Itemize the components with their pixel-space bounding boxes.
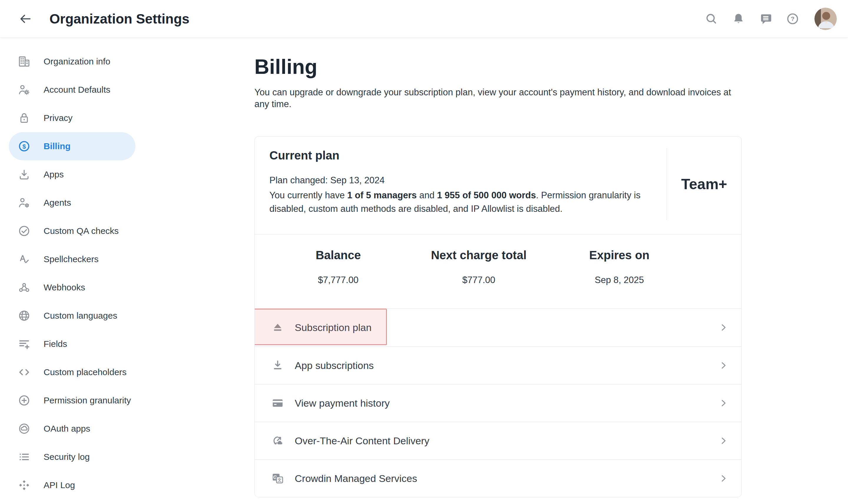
sidebar-item-label: Custom QA checks: [44, 226, 119, 236]
menu-item-label: App subscriptions: [295, 360, 719, 371]
sidebar-item-api-log[interactable]: API Log: [9, 471, 136, 499]
page-header-title: Organization Settings: [50, 11, 189, 27]
sidebar-item-oauth-apps[interactable]: OAuth apps: [9, 415, 136, 443]
help-button[interactable]: ?: [785, 12, 800, 26]
billing-stats-row: Balance $7,777.00 Next charge total $777…: [255, 234, 741, 308]
notifications-button[interactable]: [731, 12, 746, 26]
sidebar-item-label: Agents: [44, 198, 71, 208]
current-plan-heading: Current plan: [270, 149, 655, 162]
menu-item-label: Subscription plan: [295, 322, 719, 334]
menu-item-view-payment-history[interactable]: View payment history: [255, 384, 741, 421]
sidebar-item-label: Account Defaults: [44, 85, 110, 95]
svg-text:文: 文: [277, 478, 282, 482]
menu-item-app-subscriptions[interactable]: App subscriptions: [255, 346, 741, 384]
sidebar-item-label: Billing: [44, 141, 71, 151]
sidebar-item-permission-granularity[interactable]: Permission granularity: [9, 386, 136, 415]
settings-sidebar: Organization info Account Defaults Priva…: [0, 38, 159, 499]
words-usage: 1 955 of 500 000 words: [437, 190, 536, 200]
svg-text:$: $: [22, 143, 26, 150]
top-bar-actions: ?: [704, 8, 837, 30]
chevron-right-icon: [719, 473, 728, 483]
billing-card: Current plan Plan changed: Sep 13, 2024 …: [254, 136, 742, 497]
plan-name: Team+: [681, 176, 727, 193]
chevron-right-icon: [719, 398, 728, 408]
chevron-right-icon: [719, 360, 728, 371]
spellcheck-icon: [18, 253, 31, 266]
current-plan-section: Current plan Plan changed: Sep 13, 2024 …: [255, 137, 741, 234]
back-button[interactable]: [17, 11, 34, 27]
stat-value: $7,777.00: [318, 275, 359, 285]
cloud-circle-icon: [18, 422, 31, 435]
user-gear-icon: [18, 83, 31, 96]
stat-label: Balance: [316, 249, 361, 262]
sidebar-item-label: Security log: [44, 452, 90, 462]
menu-item-crowdin-managed-services[interactable]: G文 Crowdin Managed Services: [255, 459, 741, 497]
sidebar-item-security-log[interactable]: Security log: [9, 443, 136, 471]
sidebar-item-account-defaults[interactable]: Account Defaults: [9, 76, 136, 104]
eject-icon: [271, 321, 284, 334]
stat-label: Expires on: [589, 249, 650, 262]
sidebar-item-organization-info[interactable]: Organization info: [9, 47, 136, 76]
sidebar-item-custom-qa-checks[interactable]: Custom QA checks: [9, 217, 136, 245]
list-icon: [18, 450, 31, 463]
sidebar-item-label: Apps: [44, 169, 64, 179]
sidebar-item-label: Custom languages: [44, 311, 117, 321]
sidebar-item-agents[interactable]: Agents: [9, 188, 136, 217]
current-plan-info: Current plan Plan changed: Sep 13, 2024 …: [255, 137, 667, 234]
chevron-right-icon: [719, 436, 728, 446]
sidebar-item-fields[interactable]: Fields: [9, 330, 136, 358]
avatar[interactable]: [814, 8, 837, 30]
stat-balance: Balance $7,777.00: [268, 249, 409, 308]
sidebar-item-billing[interactable]: $ Billing: [9, 132, 136, 160]
dollar-circle-icon: $: [18, 140, 31, 153]
check-circle-icon: [18, 224, 31, 237]
back-arrow-icon: [18, 12, 32, 26]
help-icon: ?: [786, 12, 799, 25]
sidebar-item-custom-placeholders[interactable]: Custom placeholders: [9, 358, 136, 386]
menu-item-label: Crowdin Managed Services: [295, 473, 719, 484]
code-brackets-icon: [18, 366, 31, 379]
sidebar-item-label: Webhooks: [44, 283, 85, 292]
download-icon: [271, 359, 284, 372]
download-icon: [18, 168, 31, 181]
sidebar-item-apps[interactable]: Apps: [9, 160, 136, 188]
sidebar-item-label: Fields: [44, 339, 67, 349]
sidebar-item-custom-languages[interactable]: Custom languages: [9, 302, 136, 330]
page-title: Billing: [254, 56, 742, 78]
sidebar-item-spellcheckers[interactable]: Spellcheckers: [9, 245, 136, 273]
sidebar-item-label: OAuth apps: [44, 424, 90, 434]
stat-label: Next charge total: [431, 249, 527, 262]
messages-button[interactable]: [759, 12, 773, 26]
svg-text:?: ?: [791, 15, 795, 22]
menu-item-label: View payment history: [295, 397, 719, 409]
diamonds-icon: [18, 479, 31, 492]
ota-sync-icon: [271, 434, 284, 447]
stat-next-charge-total: Next charge total $777.00: [409, 249, 549, 308]
page-description: You can upgrade or downgrade your subscr…: [254, 87, 742, 110]
user-cube-icon: [18, 196, 31, 209]
chat-icon: [759, 12, 772, 25]
search-button[interactable]: [704, 12, 719, 26]
webhook-icon: [18, 281, 31, 294]
top-bar: Organization Settings ?: [0, 0, 848, 38]
sidebar-item-label: Privacy: [44, 113, 72, 123]
stat-expires-on: Expires on Sep 8, 2025: [549, 249, 690, 308]
sidebar-item-privacy[interactable]: Privacy: [9, 104, 136, 132]
sidebar-item-label: Spellcheckers: [44, 254, 99, 264]
plan-name-panel: Team+: [667, 148, 741, 220]
stat-value: Sep 8, 2025: [595, 275, 644, 285]
sidebar-item-webhooks[interactable]: Webhooks: [9, 273, 136, 302]
sidebar-item-label: Custom placeholders: [44, 367, 127, 377]
plan-usage-text: You currently have 1 of 5 managers and 1…: [270, 188, 652, 216]
notifications-bell-icon: [732, 12, 745, 25]
menu-item-ota-content-delivery[interactable]: Over-The-Air Content Delivery: [255, 421, 741, 459]
sidebar-item-label: Organization info: [44, 56, 110, 67]
chevron-right-icon: [719, 322, 728, 332]
menu-item-subscription-plan[interactable]: Subscription plan: [255, 309, 741, 346]
globe-icon: [18, 309, 31, 322]
plan-changed-text: Plan changed: Sep 13, 2024: [270, 175, 655, 186]
building-icon: [18, 55, 31, 68]
sidebar-item-label: Permission granularity: [44, 395, 131, 406]
managers-usage: 1 of 5 managers: [347, 190, 417, 200]
billing-page: Billing You can upgrade or downgrade you…: [254, 38, 742, 497]
